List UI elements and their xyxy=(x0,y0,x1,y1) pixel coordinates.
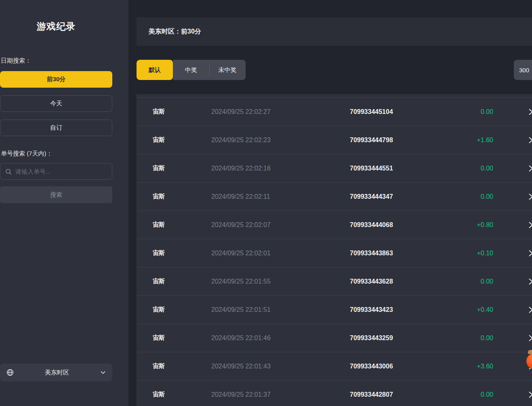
row-timestamp: 2024/09/25 22:02:07 xyxy=(211,221,350,229)
row-chevron-right-icon[interactable] xyxy=(528,334,532,342)
row-order-number: 709933445104 xyxy=(350,108,445,116)
row-chevron-right-icon[interactable] xyxy=(528,193,532,200)
row-order-number: 709933443259 xyxy=(350,334,445,342)
row-game-name: 宙斯 xyxy=(153,221,211,229)
row-game-name: 宙斯 xyxy=(153,334,211,342)
timezone-label: 美东时区 xyxy=(14,369,100,377)
row-timestamp: 2024/09/25 22:02:23 xyxy=(211,137,350,144)
row-order-number: 709933444798 xyxy=(350,137,445,144)
date-filter-today-label: 今天 xyxy=(50,100,62,107)
records-rows: 宙斯 2024/09/25 22:02:27 709933445104 0.00… xyxy=(137,97,532,406)
row-timestamp: 2024/09/25 22:02:11 xyxy=(211,193,350,200)
row-game-name: 宙斯 xyxy=(153,136,211,144)
date-filter-custom-button[interactable]: 自订 xyxy=(0,120,112,136)
row-order-number: 709933444347 xyxy=(350,193,445,200)
row-timestamp: 2024/09/25 22:01:43 xyxy=(211,363,350,370)
row-timestamp: 2024/09/25 22:02:27 xyxy=(211,108,350,116)
tab-win-label: 中奖 xyxy=(185,66,197,74)
row-chevron-right-icon[interactable] xyxy=(528,250,532,257)
row-game-name: 宙斯 xyxy=(153,164,211,172)
table-row[interactable]: 宙斯 2024/09/25 22:01:46 709933443259 0.00 xyxy=(137,324,532,352)
table-row[interactable]: 宙斯 2024/09/25 22:01:51 709933443423 +0.4… xyxy=(137,295,532,324)
row-order-number: 709933444068 xyxy=(350,221,445,229)
row-amount: +3.60 xyxy=(445,363,493,370)
globe-icon xyxy=(6,369,14,376)
row-game-name: 宙斯 xyxy=(153,108,211,116)
row-timestamp: 2024/09/25 22:02:01 xyxy=(211,250,350,257)
row-game-name: 宙斯 xyxy=(153,362,211,370)
row-amount: +0.40 xyxy=(445,306,493,313)
row-order-number: 709933443628 xyxy=(350,278,445,285)
table-row[interactable]: 宙斯 2024/09/25 22:02:16 709933444551 0.00 xyxy=(137,154,532,182)
table-row[interactable]: 宙斯 2024/09/25 22:02:11 709933444347 0.00 xyxy=(137,182,532,210)
chevron-down-icon xyxy=(100,370,106,374)
table-row[interactable]: 宙斯 2024/09/25 22:01:55 709933443628 0.00 xyxy=(137,267,532,295)
row-game-name: 宙斯 xyxy=(153,391,211,398)
row-amount: +0.80 xyxy=(445,221,493,229)
table-row[interactable]: 宙斯 2024/09/25 22:02:07 709933444068 +0.8… xyxy=(137,210,532,239)
sidebar: 游戏纪录 日期搜索： 前30分 今天 自订 单号搜索 (7天内)： 搜索 美东时… xyxy=(0,0,128,406)
row-amount: 0.00 xyxy=(445,391,493,398)
row-order-number: 709933442807 xyxy=(350,391,445,398)
row-game-name: 宙斯 xyxy=(153,278,211,285)
tab-default[interactable]: 默认 xyxy=(137,60,173,80)
row-amount: 0.00 xyxy=(445,334,493,342)
row-chevron-right-icon[interactable] xyxy=(528,137,532,144)
row-order-number: 709933444551 xyxy=(350,165,445,172)
date-filter-last30min-button[interactable]: 前30分 xyxy=(0,71,112,88)
row-game-name: 宙斯 xyxy=(153,306,211,313)
row-chevron-right-icon[interactable] xyxy=(528,108,532,116)
row-amount: 0.00 xyxy=(445,193,493,200)
order-search-label: 单号搜索 (7天内)： xyxy=(1,150,53,158)
page-size-button[interactable]: 300 xyxy=(514,60,532,80)
tab-no-win[interactable]: 未中奖 xyxy=(209,60,246,80)
order-search-box xyxy=(0,163,112,180)
filter-tabs: 默认 中奖 未中奖 xyxy=(137,60,246,80)
row-chevron-right-icon[interactable] xyxy=(528,306,532,313)
records-table: 宙斯 2024/09/25 22:02:27 709933445104 0.00… xyxy=(137,94,532,406)
row-order-number: 709933443006 xyxy=(350,363,445,370)
row-order-number: 709933443423 xyxy=(350,306,445,313)
records-header-panel: 美东时区：前30分 xyxy=(137,17,532,46)
table-row[interactable]: 宙斯 2024/09/25 22:02:27 709933445104 0.00 xyxy=(137,97,532,126)
records-header-text: 美东时区：前30分 xyxy=(149,27,201,36)
row-amount: 0.00 xyxy=(445,108,493,116)
row-amount: 0.00 xyxy=(445,278,493,285)
row-order-number: 709933443863 xyxy=(350,250,445,257)
row-amount: 0.00 xyxy=(445,165,493,172)
partial-row-sliver xyxy=(137,94,532,97)
row-chevron-right-icon[interactable] xyxy=(528,165,532,172)
date-filter-today-button[interactable]: 今天 xyxy=(0,95,112,112)
table-row[interactable]: 宙斯 2024/09/25 22:01:37 709933442807 0.00 xyxy=(137,380,532,406)
search-button[interactable]: 搜索 xyxy=(0,186,112,203)
row-timestamp: 2024/09/25 22:01:51 xyxy=(211,306,350,313)
row-timestamp: 2024/09/25 22:01:46 xyxy=(211,334,350,342)
row-timestamp: 2024/09/25 22:01:37 xyxy=(211,391,350,398)
search-icon xyxy=(5,168,12,175)
row-amount: +1.60 xyxy=(445,137,493,144)
row-game-name: 宙斯 xyxy=(153,193,211,200)
row-chevron-right-icon[interactable] xyxy=(528,391,532,398)
table-row[interactable]: 宙斯 2024/09/25 22:02:23 709933444798 +1.6… xyxy=(137,126,532,154)
row-game-name: 宙斯 xyxy=(153,249,211,257)
timezone-selector[interactable]: 美东时区 xyxy=(0,364,112,381)
row-timestamp: 2024/09/25 22:02:16 xyxy=(211,165,350,172)
date-filter-custom-label: 自订 xyxy=(50,124,62,132)
tab-win[interactable]: 中奖 xyxy=(173,60,209,80)
row-timestamp: 2024/09/25 22:01:55 xyxy=(211,278,350,285)
table-row[interactable]: 宙斯 2024/09/25 22:02:01 709933443863 +0.1… xyxy=(137,239,532,267)
row-amount: +0.10 xyxy=(445,250,493,257)
tab-default-label: 默认 xyxy=(149,66,161,74)
page-title: 游戏纪录 xyxy=(0,20,112,33)
order-search-input[interactable] xyxy=(15,168,107,175)
tab-no-win-label: 未中奖 xyxy=(219,66,237,74)
row-chevron-right-icon[interactable] xyxy=(528,278,532,285)
row-chevron-right-icon[interactable] xyxy=(528,221,532,229)
date-search-label: 日期搜索： xyxy=(1,57,31,65)
table-row[interactable]: 宙斯 2024/09/25 22:01:43 709933443006 +3.6… xyxy=(137,352,532,380)
date-filter-last30min-label: 前30分 xyxy=(47,76,66,83)
